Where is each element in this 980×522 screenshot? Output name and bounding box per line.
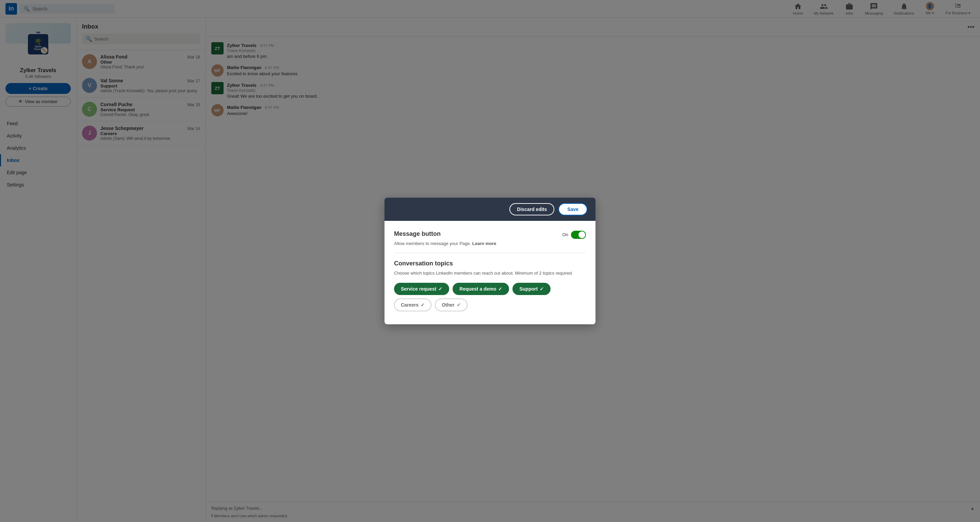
topic-request-demo-button[interactable]: Request a demo ✓ [453,283,509,295]
message-button-desc-text: Allow members to message your Page. [394,241,471,246]
conversation-topics-section: Conversation topics Choose which topics … [394,260,586,311]
checkmark-icon: ✓ [540,286,544,291]
modal-body: Message button On Allow members to messa… [385,221,595,324]
toggle-on-label: On [563,232,568,237]
message-button-section: Message button On Allow members to messa… [394,231,586,246]
topic-other-button[interactable]: Other ✓ [435,298,467,311]
topic-label: Careers [401,302,418,308]
checkmark-icon: ✓ [457,302,461,308]
topic-label: Service request [401,286,436,291]
topic-careers-button[interactable]: Careers ✓ [394,298,431,311]
message-button-title: Message button [394,231,441,237]
modal-overlay: Discard edits Save Message button On All… [0,0,980,522]
conv-topics-title: Conversation topics [394,260,586,267]
checkmark-icon: ✓ [498,286,502,291]
checkmark-icon: ✓ [421,302,425,308]
discard-edits-button[interactable]: Discard edits [509,203,554,215]
message-button-desc: Allow members to message your Page. Lear… [394,241,586,246]
learn-more-link[interactable]: Learn more [472,241,496,246]
checkmark-icon: ✓ [438,286,442,291]
topic-service-request-button[interactable]: Service request ✓ [394,283,449,295]
toggle-row: Message button On [394,231,586,239]
topic-label: Other [442,302,454,308]
topics-row-2: Careers ✓ Other ✓ [394,298,586,311]
toggle-container: On [563,231,586,239]
conv-topics-desc: Choose which topics LinkedIn members can… [394,270,586,277]
topic-support-button[interactable]: Support ✓ [512,283,550,295]
modal-wrapper: Discard edits Save Message button On All… [385,198,595,324]
topics-row-1: Service request ✓ Request a demo ✓ Suppo… [394,283,586,295]
modal-header: Discard edits Save [385,198,595,221]
message-button-toggle[interactable] [571,231,586,239]
topic-label: Request a demo [460,286,496,291]
save-button[interactable]: Save [558,203,587,215]
topic-label: Support [519,286,538,291]
